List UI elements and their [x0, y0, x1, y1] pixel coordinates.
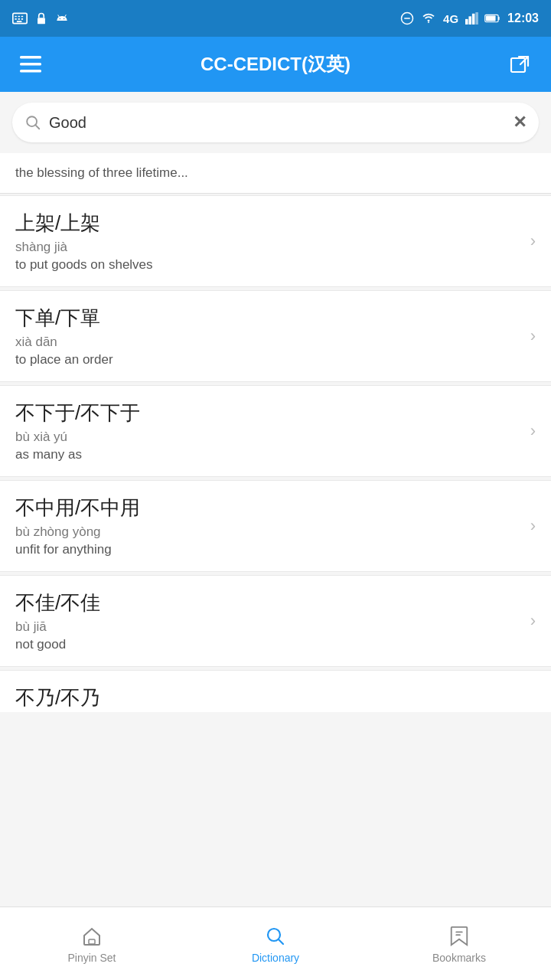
status-left-icons [12, 11, 69, 25]
svg-rect-23 [89, 939, 95, 944]
entry-definition-2: as many as [15, 447, 523, 462]
entry-chinese-0: 上架/上架 [15, 210, 523, 237]
nav-item-pinyin[interactable]: Pinyin Set [0, 918, 184, 970]
entry-definition-3: unfit for anything [15, 542, 523, 557]
list-item[interactable]: 下单/下單 xià dān to place an order › [0, 290, 551, 382]
svg-rect-17 [20, 56, 41, 59]
svg-rect-26 [455, 931, 462, 933]
nav-item-dictionary[interactable]: Dictionary [184, 918, 367, 970]
entry-chinese-3: 不中用/不中用 [15, 495, 523, 521]
nav-label-dictionary: Dictionary [252, 952, 299, 964]
bottom-nav: Pinyin Set Dictionary Bookmarks [0, 906, 551, 980]
svg-rect-27 [455, 934, 461, 936]
home-icon [80, 924, 104, 949]
list-item[interactable]: 不佳/不佳 bù jiā not good › [0, 575, 551, 667]
time-display: 12:03 [507, 11, 539, 25]
svg-rect-18 [20, 63, 41, 66]
search-nav-icon [263, 924, 288, 949]
svg-rect-3 [21, 16, 24, 18]
list-item[interactable]: 不中用/不中用 bù zhòng yòng unfit for anything… [0, 480, 551, 572]
svg-rect-4 [15, 18, 17, 20]
svg-rect-5 [18, 18, 21, 20]
svg-line-25 [279, 939, 283, 944]
keyboard-icon [12, 12, 28, 24]
app-bar: CC-CEDICT(汉英) [0, 37, 551, 92]
android-icon [55, 11, 69, 25]
entry-chinese-partial: 不乃/不乃 [15, 684, 536, 711]
signal-label: 4G [443, 12, 458, 25]
entry-content-2: 不下于/不下于 bù xià yú as many as [15, 400, 523, 462]
entry-chinese-2: 不下于/不下于 [15, 400, 523, 426]
hamburger-icon [20, 56, 41, 73]
battery-icon [484, 13, 501, 24]
entry-chinese-4: 不佳/不佳 [15, 590, 523, 616]
svg-rect-13 [472, 14, 475, 24]
svg-rect-1 [15, 16, 17, 18]
search-input[interactable] [49, 114, 513, 132]
chevron-right-icon-4: › [530, 611, 536, 631]
chevron-right-icon-3: › [530, 516, 536, 536]
svg-rect-7 [17, 21, 22, 22]
svg-rect-8 [37, 18, 45, 24]
entry-definition-1: to place an order [15, 352, 523, 368]
entry-pinyin-0: shàng jià [15, 240, 523, 255]
nav-label-bookmarks: Bookmarks [432, 952, 486, 964]
entry-content-4: 不佳/不佳 bù jiā not good [15, 590, 523, 652]
svg-rect-2 [18, 16, 21, 18]
signal-icon [465, 12, 478, 24]
svg-rect-12 [469, 16, 472, 24]
list-item[interactable]: 不下于/不下于 bù xià yú as many as › [0, 385, 551, 477]
nav-item-bookmarks[interactable]: Bookmarks [367, 918, 551, 970]
chevron-right-icon-1: › [530, 326, 536, 346]
svg-line-22 [35, 125, 39, 129]
open-external-icon [510, 54, 531, 75]
svg-rect-20 [511, 58, 525, 72]
entry-pinyin-2: bù xià yú [15, 430, 523, 445]
search-icon-wrap [24, 114, 41, 131]
nav-label-pinyin: Pinyin Set [67, 952, 116, 964]
status-right-info: 4G 12:03 [400, 11, 539, 25]
entry-content-3: 不中用/不中用 bù zhòng yòng unfit for anything [15, 495, 523, 557]
menu-button[interactable] [15, 49, 46, 80]
search-container: ✕ [0, 92, 551, 153]
entry-pinyin-3: bù zhòng yòng [15, 524, 523, 540]
search-icon [24, 114, 41, 131]
list-item[interactable]: 上架/上架 shàng jià to put goods on shelves … [0, 195, 551, 287]
svg-rect-16 [486, 15, 496, 21]
entry-pinyin-4: bù jiā [15, 619, 523, 635]
open-external-button[interactable] [505, 49, 536, 80]
content-area: ✕ the blessing of three lifetime... 上架/上… [0, 92, 551, 906]
dnd-icon [400, 11, 414, 25]
partial-top-item[interactable]: the blessing of three lifetime... [0, 153, 551, 194]
entry-content-1: 下单/下單 xià dān to place an order [15, 305, 523, 368]
entry-chinese-1: 下单/下單 [15, 305, 523, 332]
wifi-icon [420, 12, 437, 24]
partial-top-definition: the blessing of three lifetime... [15, 165, 188, 180]
svg-rect-19 [20, 70, 41, 73]
chevron-right-icon-2: › [530, 421, 536, 441]
svg-rect-6 [21, 18, 24, 20]
bookmark-icon [447, 924, 471, 949]
svg-rect-14 [475, 12, 478, 24]
lock-icon [35, 11, 47, 25]
svg-rect-11 [465, 19, 468, 24]
chevron-right-icon-0: › [530, 231, 536, 251]
search-bar: ✕ [12, 103, 539, 142]
app-title: CC-CEDICT(汉英) [46, 52, 505, 77]
clear-search-button[interactable]: ✕ [513, 113, 527, 132]
status-bar: 4G 12:03 [0, 0, 551, 37]
partial-bottom-item[interactable]: 不乃/不乃 [0, 670, 551, 712]
entry-pinyin-1: xià dān [15, 335, 523, 350]
entry-content-0: 上架/上架 shàng jià to put goods on shelves [15, 210, 523, 273]
entry-definition-0: to put goods on shelves [15, 257, 523, 273]
entry-definition-4: not good [15, 637, 523, 652]
